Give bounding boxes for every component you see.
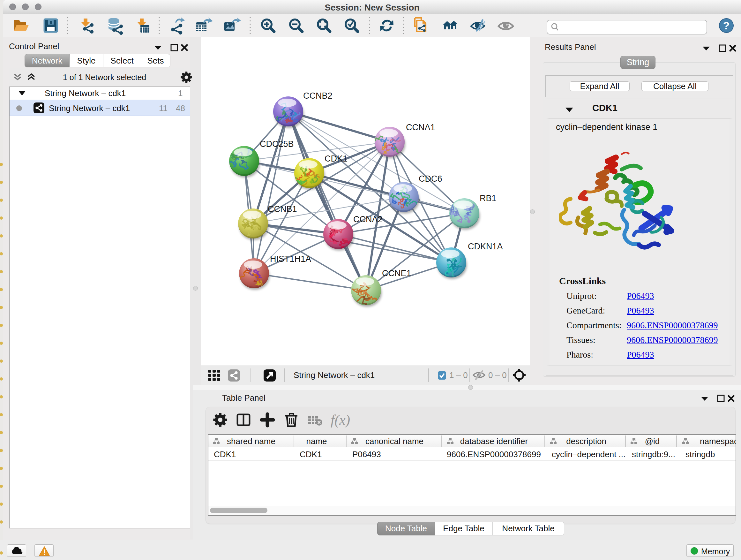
svg-text:String Network – cdk1: String Network – cdk1 xyxy=(293,370,375,380)
svg-text:CCNB2: CCNB2 xyxy=(303,91,333,101)
svg-text:CDC6: CDC6 xyxy=(419,174,442,184)
svg-text:database identifier: database identifier xyxy=(460,436,528,446)
svg-text:HIST1H1A: HIST1H1A xyxy=(270,254,311,264)
svg-text:CCNB1: CCNB1 xyxy=(268,204,297,214)
svg-text:f(x): f(x) xyxy=(331,412,350,428)
svg-text:name: name xyxy=(306,436,327,446)
svg-text:9606.ENSP00000378699: 9606.ENSP00000378699 xyxy=(447,449,541,459)
svg-text:canonical name: canonical name xyxy=(365,436,423,446)
svg-text:CCNE1: CCNE1 xyxy=(382,268,411,278)
svg-text:CDK1: CDK1 xyxy=(300,449,322,459)
svg-text:CDKN1A: CDKN1A xyxy=(468,242,503,251)
svg-text:1 – 0: 1 – 0 xyxy=(449,370,468,380)
svg-text:cyclin–dependent ...: cyclin–dependent ... xyxy=(552,449,625,459)
svg-text:stringdb: stringdb xyxy=(685,449,715,459)
svg-text:0 – 0: 0 – 0 xyxy=(488,370,507,380)
svg-text:description: description xyxy=(566,436,606,446)
svg-text:P06493: P06493 xyxy=(352,449,381,459)
svg-text:RB1: RB1 xyxy=(480,193,496,203)
svg-text:CDK1: CDK1 xyxy=(325,154,347,164)
svg-text:?: ? xyxy=(723,19,730,32)
svg-text:CDK1: CDK1 xyxy=(214,449,236,459)
svg-text:CCNA1: CCNA1 xyxy=(406,123,435,132)
svg-text:CCNA2: CCNA2 xyxy=(353,214,383,224)
svg-text:shared name: shared name xyxy=(227,436,275,446)
svg-text:stringdb:9...: stringdb:9... xyxy=(632,449,675,459)
svg-text:CDC25B: CDC25B xyxy=(260,139,294,149)
svg-text:@id: @id xyxy=(645,436,660,446)
svg-text:namespac: namespac xyxy=(700,436,736,446)
